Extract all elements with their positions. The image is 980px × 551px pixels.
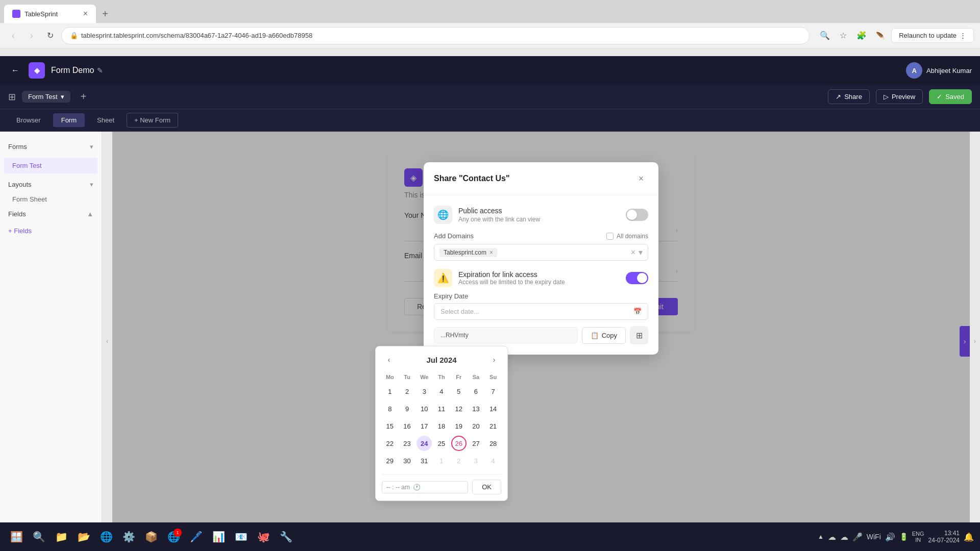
domain-tag-remove-btn[interactable]: × [489, 249, 493, 256]
taskbar-notification-icon[interactable]: 🔔 [964, 532, 974, 542]
taskbar-wifi-icon[interactable]: WiFi [867, 533, 881, 541]
cal-day-18[interactable]: 18 [434, 418, 449, 434]
tab-close-icon[interactable]: × [83, 9, 88, 18]
cal-day-21[interactable]: 21 [485, 418, 501, 434]
cal-day-next-1[interactable]: 1 [434, 453, 449, 468]
taskbar-files-btn[interactable]: 📁 [51, 527, 71, 547]
cal-time-input[interactable]: -- : -- am 🕐 [382, 481, 468, 493]
bookmark-icon[interactable]: ☆ [836, 29, 850, 43]
back-app-btn[interactable]: ← [8, 63, 22, 78]
taskbar-settings-btn[interactable]: ⚙️ [118, 527, 139, 547]
copy-btn[interactable]: 📋 Copy [582, 327, 626, 344]
chevron-down-domain-icon[interactable]: ▾ [639, 247, 643, 257]
cal-prev-btn[interactable]: ‹ [382, 353, 396, 367]
sidebar-item-layouts[interactable]: Layouts ▾ [0, 176, 102, 193]
browser-toolbar-tab[interactable]: Browser [8, 113, 49, 127]
taskbar-package-btn[interactable]: 📦 [141, 527, 161, 547]
sidebar-item-forms[interactable]: Forms ▾ [0, 138, 102, 156]
taskbar-email-btn[interactable]: 📧 [231, 527, 251, 547]
taskbar-chrome-btn[interactable]: 🌐 1 [163, 527, 184, 547]
taskbar-show-desktop-btn[interactable]: ▲ [818, 533, 824, 540]
address-bar[interactable]: 🔒 tablesprint.tablesprint.com/schema/830… [61, 27, 810, 44]
cal-ok-btn[interactable]: OK [472, 480, 501, 494]
cal-next-btn[interactable]: › [487, 353, 501, 367]
search-icon[interactable]: 🔍 [818, 29, 832, 43]
relaunch-btn[interactable]: Relaunch to update ⋮ [891, 28, 974, 43]
taskbar-mic-icon[interactable]: 🎤 [852, 532, 863, 542]
cal-day-28[interactable]: 28 [485, 436, 501, 451]
cal-day-next-2[interactable]: 2 [451, 453, 467, 468]
profile-icon[interactable]: 🪶 [873, 29, 887, 43]
taskbar-folder-btn[interactable]: 📂 [74, 527, 94, 547]
cal-day-8[interactable]: 8 [382, 401, 398, 416]
sidebar-form-test[interactable]: Form Test [4, 158, 97, 173]
cal-day-7[interactable]: 7 [485, 384, 501, 399]
taskbar-pen-btn[interactable]: 🖊️ [186, 527, 206, 547]
edit-title-icon[interactable]: ✎ [97, 66, 103, 74]
saved-btn[interactable]: ✓ Saved [929, 89, 972, 104]
cal-day-26[interactable]: 26 [451, 436, 467, 451]
all-domains-check[interactable]: All domains [606, 233, 648, 240]
modal-close-btn[interactable]: × [634, 171, 648, 186]
right-collapse-handle[interactable]: › [970, 132, 980, 551]
form-selector[interactable]: Form Test ▾ [22, 91, 70, 103]
preview-btn[interactable]: ▷ Preview [876, 89, 923, 104]
new-form-btn[interactable]: + New Form [127, 113, 178, 128]
cal-day-1[interactable]: 1 [382, 384, 398, 399]
public-access-toggle[interactable] [626, 209, 648, 221]
cal-day-22[interactable]: 22 [382, 436, 398, 451]
cal-day-29[interactable]: 29 [382, 453, 398, 468]
cal-day-19[interactable]: 19 [451, 418, 467, 434]
taskbar-battery-icon[interactable]: 🔋 [899, 533, 908, 541]
taskbar-onedrive-icon[interactable]: ☁ [840, 532, 848, 542]
expiry-date-input[interactable]: Select date... 📅 [434, 303, 648, 320]
cal-day-4[interactable]: 4 [434, 384, 449, 399]
cal-day-31[interactable]: 31 [416, 453, 432, 468]
taskbar-speaker-icon[interactable]: 🔊 [885, 532, 895, 542]
active-browser-tab[interactable]: TableSprint × [4, 5, 96, 23]
taskbar-tool-btn[interactable]: 🔧 [276, 527, 296, 547]
all-domains-checkbox[interactable] [606, 233, 614, 240]
expiry-toggle[interactable] [626, 272, 648, 284]
form-toolbar-tab[interactable]: Form [53, 113, 85, 127]
cal-day-12[interactable]: 12 [451, 401, 467, 416]
share-btn[interactable]: ↗ Share [828, 89, 870, 104]
cal-day-25[interactable]: 25 [434, 436, 449, 451]
cal-day-30[interactable]: 30 [400, 453, 415, 468]
cal-day-11[interactable]: 11 [434, 401, 449, 416]
cal-day-16[interactable]: 16 [400, 418, 415, 434]
domain-input[interactable]: Tablesprint.com × × ▾ [434, 244, 648, 261]
cal-day-13[interactable]: 13 [468, 401, 483, 416]
cal-day-next-3[interactable]: 3 [468, 453, 483, 468]
taskbar-table-btn[interactable]: 📊 [208, 527, 229, 547]
cal-day-2[interactable]: 2 [400, 384, 415, 399]
sheet-toolbar-tab[interactable]: Sheet [89, 113, 122, 127]
sidebar-item-fields[interactable]: Fields ▲ [0, 205, 102, 223]
back-btn[interactable]: ‹ [6, 29, 20, 43]
clear-domain-icon[interactable]: × [631, 248, 635, 257]
cal-day-14[interactable]: 14 [485, 401, 501, 416]
cal-day-24[interactable]: 24 [416, 436, 432, 451]
cal-day-6[interactable]: 6 [468, 384, 483, 399]
new-tab-btn[interactable]: + [96, 5, 114, 23]
taskbar-github-btn[interactable]: 🐙 [253, 527, 274, 547]
cal-day-10[interactable]: 10 [416, 401, 432, 416]
cal-day-20[interactable]: 20 [468, 418, 483, 434]
reload-btn[interactable]: ↻ [43, 29, 57, 43]
add-form-btn[interactable]: + [77, 90, 91, 104]
cal-day-next-4[interactable]: 4 [485, 453, 501, 468]
cal-day-5[interactable]: 5 [451, 384, 467, 399]
cal-day-15[interactable]: 15 [382, 418, 398, 434]
cal-day-9[interactable]: 9 [400, 401, 415, 416]
forward-btn[interactable]: › [24, 29, 39, 43]
left-collapse-handle[interactable]: ‹ [102, 132, 112, 551]
sidebar-form-sheet[interactable]: Form Sheet [0, 193, 102, 205]
cal-day-27[interactable]: 27 [468, 436, 483, 451]
calendar-icon[interactable]: 📅 [633, 308, 642, 315]
cal-day-17[interactable]: 17 [416, 418, 432, 434]
grid-icon[interactable]: ⊞ [8, 91, 16, 103]
cal-day-23[interactable]: 23 [400, 436, 415, 451]
start-btn[interactable]: 🪟 [6, 527, 27, 547]
cal-day-3[interactable]: 3 [416, 384, 432, 399]
add-field-btn[interactable]: + Fields [0, 223, 102, 239]
